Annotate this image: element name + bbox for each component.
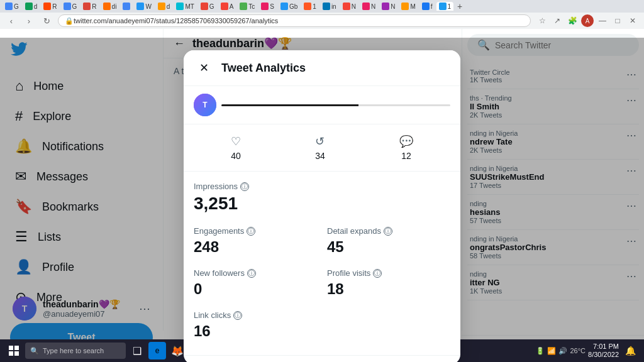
- svg-rect-2: [9, 351, 13, 356]
- svg-rect-0: [9, 346, 13, 350]
- back-button[interactable]: ‹: [5, 16, 18, 26]
- url-text: twitter.com/anuadeyemi07/status/12858570…: [74, 17, 278, 25]
- reload-button[interactable]: ↻: [40, 16, 53, 26]
- weather-temp: 26°C: [570, 347, 586, 354]
- fav-word[interactable]: W: [134, 2, 153, 11]
- fav-g2[interactable]: G: [61, 2, 80, 11]
- engagements-value: 248: [194, 238, 317, 256]
- fav-r2[interactable]: R: [80, 2, 99, 11]
- fav-gb[interactable]: Gb: [278, 2, 300, 11]
- link-clicks-info-icon[interactable]: ⓘ: [233, 311, 242, 320]
- engagements-label: Engagements: [194, 226, 244, 236]
- forward-button[interactable]: ›: [23, 16, 35, 26]
- new-followers-value: 0: [194, 280, 317, 298]
- link-clicks-value: 16: [194, 322, 450, 340]
- fav-di[interactable]: di: [101, 2, 119, 11]
- fav-d2[interactable]: d: [155, 2, 173, 11]
- close-browser-button[interactable]: ✕: [626, 14, 639, 27]
- browser-favicon-bar: G d R G R di W d MT G A: [0, 0, 644, 13]
- profile-visits-metric: Profile visits ⓘ 18: [327, 268, 450, 298]
- maximize-button[interactable]: □: [611, 14, 624, 27]
- fav-docs[interactable]: d: [23, 2, 40, 11]
- metric-row-1: Engagements ⓘ 248 Detail expands ⓘ 45: [194, 226, 450, 256]
- tweet-analytics-modal: ✕ Tweet Analytics T ♡ 40 ↺ 34 💬 12: [184, 50, 460, 362]
- retweets-count: 34: [315, 151, 325, 161]
- replies-count: 12: [401, 151, 411, 161]
- fav-mt[interactable]: MT: [174, 2, 196, 11]
- taskbar-system-tray: 🔋 📶 🔊 26°C 7:01 PM 8/30/2022 🔔: [536, 342, 639, 359]
- windows-start-button[interactable]: [5, 342, 23, 359]
- impressions-metric: Impressions ⓘ 3,251: [194, 182, 450, 214]
- new-tab-button[interactable]: +: [457, 1, 462, 11]
- address-bar: ‹ › ↻ 🔒 twitter.com/anuadeyemi07/status/…: [0, 13, 644, 29]
- modal-title: Tweet Analytics: [221, 62, 306, 75]
- detail-expands-label: Detail expands: [327, 226, 381, 236]
- fav-n3[interactable]: N: [379, 2, 397, 11]
- battery-icon: 🔋: [536, 347, 545, 355]
- share-icon[interactable]: ↗: [551, 14, 564, 27]
- tweet-avatar-mini: T: [194, 94, 216, 116]
- metrics-grid: Impressions ⓘ 3,251 Engagements ⓘ 248 De…: [184, 172, 460, 355]
- fav-tc[interactable]: Tc: [237, 2, 257, 11]
- impressions-label: Impressions: [194, 182, 238, 191]
- minimize-button[interactable]: —: [596, 14, 609, 27]
- modal-close-button[interactable]: ✕: [194, 58, 214, 78]
- engagements-metric: Engagements ⓘ 248: [194, 226, 317, 256]
- impressions-value: 3,251: [194, 194, 450, 214]
- taskbar-date-display: 8/30/2022: [588, 351, 619, 359]
- detail-expands-info-icon[interactable]: ⓘ: [384, 227, 392, 236]
- detail-expands-metric: Detail expands ⓘ 45: [327, 226, 450, 256]
- impressions-info-icon[interactable]: ⓘ: [240, 182, 249, 191]
- svg-rect-3: [14, 351, 19, 356]
- new-followers-info-icon[interactable]: ⓘ: [247, 269, 256, 278]
- detail-expands-value: 45: [327, 238, 450, 256]
- promote-section: Promote your Tweet Get more impressions …: [184, 355, 460, 362]
- fav-google[interactable]: G: [3, 2, 21, 11]
- fav-reddit[interactable]: R: [41, 2, 59, 11]
- profile-visits-info-icon[interactable]: ⓘ: [373, 269, 382, 278]
- likes-stat: ♡ 40: [231, 134, 241, 161]
- profile-visits-label: Profile visits: [327, 268, 370, 278]
- fav-s[interactable]: S: [258, 2, 277, 11]
- fav-gmail[interactable]: G: [198, 2, 217, 11]
- svg-rect-1: [14, 346, 19, 350]
- profile-visits-value: 18: [327, 280, 450, 298]
- task-view-button[interactable]: ❑: [128, 342, 146, 359]
- taskbar-edge-icon[interactable]: e: [148, 342, 166, 359]
- new-followers-label: New followers: [194, 268, 245, 278]
- fav-g3[interactable]: [120, 2, 133, 11]
- engagements-info-icon[interactable]: ⓘ: [247, 227, 255, 236]
- url-input[interactable]: 🔒 twitter.com/anuadeyemi07/status/128585…: [58, 14, 531, 27]
- link-clicks-label: Link clicks: [194, 310, 231, 320]
- likes-count: 40: [231, 151, 241, 161]
- taskbar-search-box[interactable]: 🔍 Type here to search: [25, 343, 126, 359]
- fav-a[interactable]: A: [218, 2, 236, 11]
- stats-interactions: ♡ 40 ↺ 34 💬 12: [184, 124, 460, 172]
- taskbar-time-display: 7:01 PM: [588, 343, 619, 351]
- extensions-icon[interactable]: 🧩: [566, 14, 579, 27]
- new-followers-metric: New followers ⓘ 0: [194, 268, 317, 298]
- fav-fb[interactable]: f: [419, 2, 435, 11]
- tweet-content-bar: [221, 104, 450, 106]
- taskbar-search-text: Type here to search: [43, 347, 104, 354]
- replies-stat: 💬 12: [399, 134, 413, 161]
- taskbar-clock: 7:01 PM 8/30/2022: [588, 343, 619, 359]
- fav-n2[interactable]: N: [360, 2, 378, 11]
- fav-n1[interactable]: N: [340, 2, 358, 11]
- metric-row-2: New followers ⓘ 0 Profile visits ⓘ 18: [194, 268, 450, 298]
- fav-twitter-active[interactable]: 1: [436, 2, 454, 11]
- reply-icon: 💬: [399, 134, 413, 148]
- fav-m[interactable]: M: [399, 2, 418, 11]
- retweet-icon: ↺: [315, 134, 325, 148]
- fav-1[interactable]: 1: [301, 2, 319, 11]
- sound-icon: 🔊: [558, 347, 567, 355]
- link-clicks-metric: Link clicks ⓘ 16: [194, 310, 450, 340]
- fav-linkedin[interactable]: in: [320, 2, 339, 11]
- bookmark-star[interactable]: ☆: [536, 14, 548, 27]
- wifi-icon: 📶: [547, 347, 556, 355]
- modal-overlay: ✕ Tweet Analytics T ♡ 40 ↺ 34 💬 12: [0, 38, 644, 339]
- notifications-bell[interactable]: 🔔: [621, 342, 639, 359]
- heart-icon: ♡: [231, 134, 241, 148]
- profile-icon[interactable]: A: [581, 14, 594, 27]
- tweet-preview: T: [184, 86, 460, 124]
